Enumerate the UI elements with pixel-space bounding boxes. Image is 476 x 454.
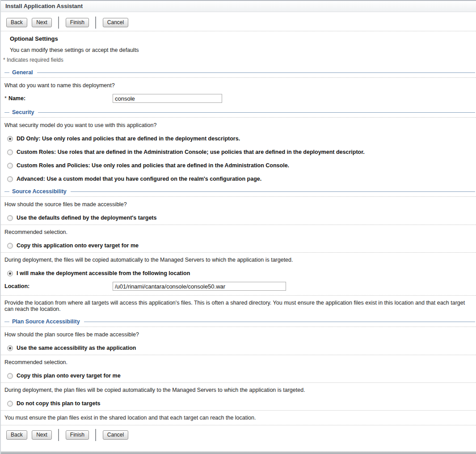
radio-copy-plan[interactable] bbox=[7, 373, 13, 379]
general-question: What do you want to name this deployment… bbox=[4, 82, 472, 89]
plan-source-accessibility-question: How should the plan source files be made… bbox=[4, 331, 472, 338]
location-input[interactable] bbox=[113, 282, 286, 291]
location-field-label: Location: bbox=[4, 283, 29, 289]
security-question: What security model do you want to use w… bbox=[4, 122, 472, 128]
section-header-plan-source-accessibility: Plan Source Accessibility bbox=[4, 318, 476, 325]
option-label: Copy this application onto every target … bbox=[17, 242, 139, 249]
cancel-button[interactable]: Cancel bbox=[103, 18, 128, 27]
option-advanced: Advanced: Use a custom model that you ha… bbox=[7, 176, 472, 182]
option-label: Do not copy this plan to targets bbox=[17, 400, 101, 407]
divider bbox=[1, 327, 476, 327]
toolbar-bottom: Back Next Finish Cancel bbox=[1, 429, 476, 441]
section-rule-dash bbox=[4, 322, 9, 322]
divider bbox=[1, 410, 476, 411]
option-copy-application: Copy this application onto every target … bbox=[7, 242, 472, 249]
option-description: Provide the location from where all targ… bbox=[4, 300, 472, 312]
next-button[interactable]: Next bbox=[32, 18, 52, 27]
page-description: You can modify these settings or accept … bbox=[10, 47, 476, 53]
option-same-accessibility: Use the same accessibility as the applic… bbox=[7, 345, 472, 351]
section-title: General bbox=[12, 69, 37, 76]
divider bbox=[1, 252, 476, 253]
section-rule-dash bbox=[4, 191, 9, 192]
divider bbox=[1, 31, 476, 31]
source-accessibility-question: How should the source files be made acce… bbox=[4, 201, 472, 208]
page-subtitle: Optional Settings bbox=[10, 35, 476, 42]
name-field-label: Name: bbox=[8, 95, 25, 102]
page-titlebar: Install Application Assistant bbox=[1, 0, 476, 12]
required-fields-note: * Indicates required fields bbox=[3, 57, 476, 63]
option-custom-roles-policies: Custom Roles and Policies: Use only role… bbox=[7, 162, 472, 169]
finish-button[interactable]: Finish bbox=[66, 18, 89, 27]
toolbar-separator bbox=[95, 17, 96, 29]
name-input[interactable] bbox=[113, 94, 222, 103]
page-title: Install Application Assistant bbox=[5, 3, 83, 9]
section-rule-dash bbox=[4, 72, 9, 73]
option-label: Custom Roles and Policies: Use only role… bbox=[17, 162, 289, 169]
radio-use-defaults[interactable] bbox=[7, 215, 13, 221]
option-label: DD Only: Use only roles and policies tha… bbox=[17, 136, 240, 142]
finish-button[interactable]: Finish bbox=[66, 430, 89, 440]
option-label: Custom Roles: Use roles that are defined… bbox=[17, 149, 365, 155]
section-header-source-accessibility: Source Accessibility bbox=[4, 188, 476, 195]
section-rule bbox=[71, 191, 475, 192]
section-title: Source Accessibility bbox=[12, 188, 71, 195]
toolbar-separator bbox=[58, 429, 59, 441]
option-label: Use the defaults defined by the deployme… bbox=[17, 215, 156, 221]
option-use-defaults: Use the defaults defined by the deployme… bbox=[7, 215, 472, 221]
section-rule bbox=[38, 112, 475, 113]
option-description: During deployment, the plan files will b… bbox=[4, 387, 472, 393]
toolbar-top: Back Next Finish Cancel bbox=[1, 12, 476, 27]
option-description: You must ensure the plan files exist in … bbox=[4, 415, 472, 421]
toolbar-separator bbox=[95, 429, 96, 441]
option-dd-only: DD Only: Use only roles and policies tha… bbox=[7, 136, 472, 142]
next-button[interactable]: Next bbox=[32, 430, 52, 440]
radio-same-accessibility[interactable] bbox=[7, 345, 13, 351]
option-description: Recommended selection. bbox=[4, 229, 472, 235]
option-description: During deployment, the files will be cop… bbox=[4, 257, 472, 263]
divider bbox=[1, 425, 476, 425]
radio-advanced[interactable] bbox=[7, 176, 13, 182]
section-title: Plan Source Accessibility bbox=[12, 318, 84, 325]
toolbar-separator bbox=[58, 17, 59, 29]
option-label: Use the same accessibility as the applic… bbox=[17, 345, 136, 351]
section-title: Security bbox=[12, 109, 38, 115]
divider bbox=[1, 117, 476, 118]
option-copy-plan: Copy this plan onto every target for me bbox=[7, 373, 472, 379]
divider bbox=[1, 225, 476, 225]
divider bbox=[1, 77, 476, 78]
divider bbox=[1, 382, 476, 383]
section-header-general: General bbox=[4, 69, 476, 76]
name-field-row: *Name: bbox=[4, 94, 472, 103]
divider bbox=[1, 295, 476, 296]
divider bbox=[1, 355, 476, 355]
section-rule bbox=[37, 72, 475, 73]
back-button[interactable]: Back bbox=[6, 430, 27, 440]
back-button[interactable]: Back bbox=[6, 18, 27, 27]
section-rule bbox=[84, 322, 475, 322]
radio-custom-roles[interactable] bbox=[7, 149, 13, 155]
radio-do-not-copy-plan[interactable] bbox=[7, 401, 13, 407]
section-rule-dash bbox=[4, 112, 9, 113]
option-label: Copy this plan onto every target for me bbox=[17, 373, 121, 379]
option-label: I will make the deployment accessible fr… bbox=[17, 270, 190, 276]
location-field-row: Location: bbox=[4, 282, 472, 291]
cancel-button[interactable]: Cancel bbox=[103, 430, 128, 440]
divider bbox=[1, 196, 476, 197]
page-bottom-bar bbox=[1, 451, 476, 454]
radio-custom-roles-policies[interactable] bbox=[7, 163, 13, 169]
radio-accessible-location[interactable] bbox=[7, 271, 13, 276]
required-marker: * bbox=[4, 95, 7, 102]
radio-dd-only[interactable] bbox=[7, 136, 13, 142]
option-do-not-copy-plan: Do not copy this plan to targets bbox=[7, 400, 472, 407]
install-application-assistant-page: Install Application Assistant Back Next … bbox=[0, 0, 476, 454]
option-description: Recommended selection. bbox=[4, 359, 472, 365]
section-header-security: Security bbox=[4, 109, 476, 115]
option-accessible-location: I will make the deployment accessible fr… bbox=[7, 270, 472, 276]
option-custom-roles: Custom Roles: Use roles that are defined… bbox=[7, 149, 472, 155]
radio-copy-application[interactable] bbox=[7, 243, 13, 249]
option-label: Advanced: Use a custom model that you ha… bbox=[17, 176, 261, 182]
